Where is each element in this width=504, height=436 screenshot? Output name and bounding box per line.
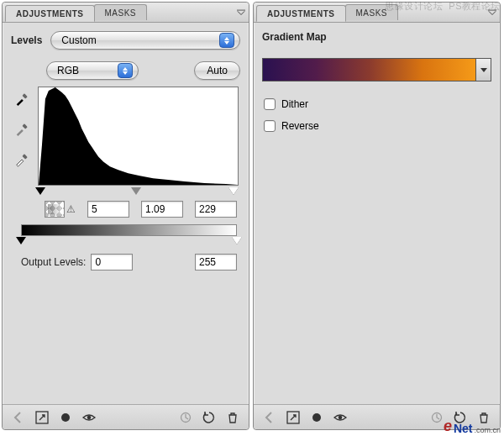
watermark-top: 思缘设计论坛 PS教程论坛 <box>385 0 501 13</box>
svg-point-5 <box>61 413 70 422</box>
output-label: Output Levels: <box>21 256 86 268</box>
clip-layer-icon[interactable] <box>306 408 328 427</box>
panel-footer <box>3 404 249 429</box>
watermark-bottom: eNet.com.cn <box>444 418 501 435</box>
output-gradient <box>21 224 237 236</box>
clip-layer-icon[interactable] <box>55 408 76 427</box>
input-black-field[interactable] <box>87 201 129 218</box>
expand-view-icon[interactable] <box>282 408 304 427</box>
channel-select-value: RGB <box>57 65 79 76</box>
output-slider-track <box>21 237 237 247</box>
back-icon <box>259 408 281 427</box>
input-black-slider[interactable] <box>35 187 45 195</box>
levels-panel: ADJUSTMENTS MASKS Levels Custom RGB <box>2 2 249 430</box>
warning-icon: ⚠ <box>66 203 76 215</box>
panel-title: Gradient Map <box>262 31 327 43</box>
previous-state-icon <box>175 408 197 427</box>
visibility-icon[interactable] <box>78 408 100 427</box>
svg-rect-3 <box>22 154 27 159</box>
tab-masks[interactable]: MASKS <box>94 4 148 20</box>
preset-select-value: Custom <box>61 34 96 46</box>
eyedropper-black-icon[interactable] <box>13 90 31 108</box>
trash-icon[interactable] <box>222 408 244 427</box>
visibility-icon[interactable] <box>329 408 351 427</box>
gradient-swatch[interactable] <box>262 58 476 81</box>
tab-adjustments[interactable]: ADJUSTMENTS <box>256 5 346 22</box>
output-white-slider[interactable] <box>232 237 242 244</box>
svg-point-6 <box>87 415 92 419</box>
panel-menu-icon[interactable] <box>234 3 249 22</box>
output-black-field[interactable] <box>91 254 133 271</box>
gradient-map-panel: ADJUSTMENTS MASKS Gradient Map Dither Re… <box>253 2 501 430</box>
reverse-checkbox[interactable] <box>264 120 276 132</box>
dropdown-arrows-icon <box>219 33 234 48</box>
dither-checkbox[interactable] <box>264 98 276 110</box>
svg-point-10 <box>312 413 321 422</box>
histogram <box>38 87 239 186</box>
preview-thumb-icon[interactable] <box>45 201 65 218</box>
preset-select[interactable]: Custom <box>50 31 240 50</box>
input-mid-field[interactable] <box>141 201 183 218</box>
input-white-slider[interactable] <box>228 187 239 195</box>
gradient-dropdown-icon[interactable] <box>476 58 491 81</box>
svg-rect-2 <box>22 123 27 129</box>
input-mid-slider[interactable] <box>131 187 141 195</box>
tab-adjustments[interactable]: ADJUSTMENTS <box>5 5 95 22</box>
eyedropper-white-icon[interactable] <box>13 150 31 169</box>
back-icon <box>8 408 29 427</box>
svg-rect-0 <box>237 9 245 10</box>
svg-rect-1 <box>22 93 27 98</box>
channel-select[interactable]: RGB <box>46 61 139 80</box>
output-black-slider[interactable] <box>16 237 26 244</box>
tab-bar: ADJUSTMENTS MASKS <box>3 3 249 23</box>
input-white-field[interactable] <box>195 201 237 218</box>
reset-icon[interactable] <box>198 408 220 427</box>
reverse-label: Reverse <box>281 120 319 132</box>
expand-view-icon[interactable] <box>31 408 53 427</box>
dither-label: Dither <box>281 98 308 110</box>
output-white-field[interactable] <box>195 254 237 271</box>
input-slider-track <box>38 187 240 197</box>
eyedropper-tools <box>11 87 33 169</box>
dropdown-arrows-icon <box>118 63 133 78</box>
auto-button[interactable]: Auto <box>194 61 240 80</box>
svg-point-11 <box>339 415 343 419</box>
panel-title: Levels <box>11 34 42 46</box>
eyedropper-grey-icon[interactable] <box>13 120 31 139</box>
